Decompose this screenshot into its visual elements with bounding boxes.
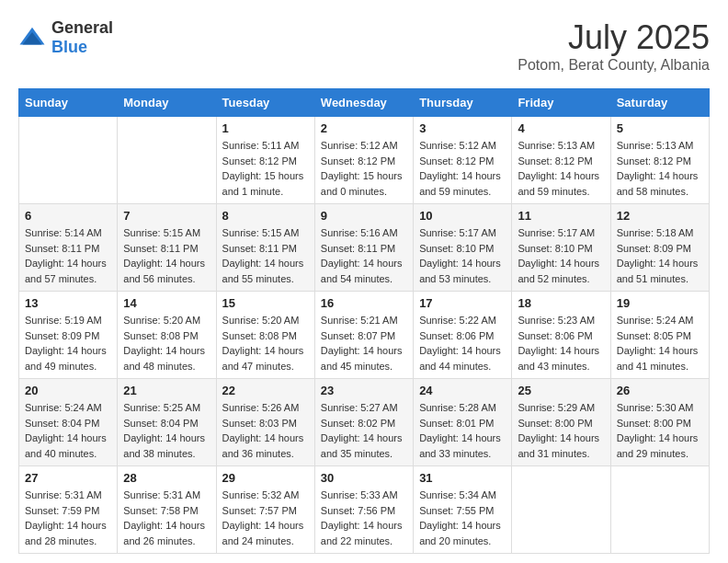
day-number: 3 <box>419 121 506 135</box>
day-info: Sunrise: 5:21 AMSunset: 8:07 PMDaylight:… <box>321 313 407 373</box>
day-number: 14 <box>123 296 210 310</box>
day-number: 27 <box>25 471 111 485</box>
calendar-cell: 10 Sunrise: 5:17 AMSunset: 8:10 PMDaylig… <box>414 204 512 292</box>
calendar-cell: 11 Sunrise: 5:17 AMSunset: 8:10 PMDaylig… <box>512 204 610 292</box>
day-number: 7 <box>123 209 210 223</box>
day-info: Sunrise: 5:32 AMSunset: 7:57 PMDaylight:… <box>222 488 309 548</box>
day-number: 1 <box>222 121 309 135</box>
header-thursday: Thursday <box>414 89 512 117</box>
day-number: 13 <box>25 296 111 310</box>
day-info: Sunrise: 5:11 AMSunset: 8:12 PMDaylight:… <box>222 138 309 199</box>
calendar-cell <box>512 466 610 554</box>
location: Potom, Berat County, Albania <box>518 57 710 74</box>
day-number: 15 <box>222 296 309 310</box>
calendar-cell: 19 Sunrise: 5:24 AMSunset: 8:05 PMDaylig… <box>610 292 709 379</box>
day-number: 9 <box>321 209 407 223</box>
calendar-cell: 9 Sunrise: 5:16 AMSunset: 8:11 PMDayligh… <box>314 204 413 292</box>
day-number: 6 <box>25 209 111 223</box>
logo-general: General <box>51 18 113 37</box>
day-number: 4 <box>518 121 604 135</box>
calendar-cell: 3 Sunrise: 5:12 AMSunset: 8:12 PMDayligh… <box>414 117 512 204</box>
day-info: Sunrise: 5:24 AMSunset: 8:04 PMDaylight:… <box>25 400 111 461</box>
day-number: 29 <box>222 471 309 485</box>
header-tuesday: Tuesday <box>216 89 314 117</box>
calendar-cell: 24 Sunrise: 5:28 AMSunset: 8:01 PMDaylig… <box>414 379 512 466</box>
calendar-cell: 12 Sunrise: 5:18 AMSunset: 8:09 PMDaylig… <box>610 204 709 292</box>
calendar-cell: 17 Sunrise: 5:22 AMSunset: 8:06 PMDaylig… <box>414 292 512 379</box>
calendar-cell: 30 Sunrise: 5:33 AMSunset: 7:56 PMDaylig… <box>314 466 413 554</box>
day-info: Sunrise: 5:17 AMSunset: 8:10 PMDaylight:… <box>419 225 506 286</box>
calendar-cell <box>19 117 118 204</box>
logo-text: General Blue <box>51 18 113 57</box>
day-info: Sunrise: 5:30 AMSunset: 8:00 PMDaylight:… <box>617 400 703 461</box>
day-number: 8 <box>222 209 309 223</box>
day-number: 17 <box>419 296 506 310</box>
calendar-cell: 4 Sunrise: 5:13 AMSunset: 8:12 PMDayligh… <box>512 117 610 204</box>
day-info: Sunrise: 5:17 AMSunset: 8:10 PMDaylight:… <box>518 225 604 286</box>
day-number: 5 <box>617 121 703 135</box>
day-number: 24 <box>419 384 506 397</box>
day-info: Sunrise: 5:26 AMSunset: 8:03 PMDaylight:… <box>222 400 309 461</box>
calendar-cell: 23 Sunrise: 5:27 AMSunset: 8:02 PMDaylig… <box>314 379 413 466</box>
calendar-cell: 28 Sunrise: 5:31 AMSunset: 7:58 PMDaylig… <box>118 466 216 554</box>
day-number: 10 <box>419 209 506 223</box>
calendar-week-4: 20 Sunrise: 5:24 AMSunset: 8:04 PMDaylig… <box>19 379 710 466</box>
day-info: Sunrise: 5:25 AMSunset: 8:04 PMDaylight:… <box>123 400 210 461</box>
day-number: 20 <box>25 384 111 397</box>
day-number: 26 <box>617 384 703 397</box>
header-saturday: Saturday <box>610 89 709 117</box>
calendar-cell <box>610 466 709 554</box>
day-number: 18 <box>518 296 604 310</box>
day-info: Sunrise: 5:22 AMSunset: 8:06 PMDaylight:… <box>419 313 506 373</box>
calendar-table: Sunday Monday Tuesday Wednesday Thursday… <box>18 88 710 554</box>
calendar-cell: 26 Sunrise: 5:30 AMSunset: 8:00 PMDaylig… <box>610 379 709 466</box>
calendar-cell: 5 Sunrise: 5:13 AMSunset: 8:12 PMDayligh… <box>610 117 709 204</box>
calendar-cell: 6 Sunrise: 5:14 AMSunset: 8:11 PMDayligh… <box>19 204 118 292</box>
day-info: Sunrise: 5:18 AMSunset: 8:09 PMDaylight:… <box>617 225 703 286</box>
day-number: 16 <box>321 296 407 310</box>
calendar-cell: 21 Sunrise: 5:25 AMSunset: 8:04 PMDaylig… <box>118 379 216 466</box>
day-number: 30 <box>321 471 407 485</box>
day-info: Sunrise: 5:34 AMSunset: 7:55 PMDaylight:… <box>419 488 506 548</box>
day-info: Sunrise: 5:15 AMSunset: 8:11 PMDaylight:… <box>222 225 309 286</box>
month-year: July 2025 <box>518 18 710 57</box>
day-info: Sunrise: 5:27 AMSunset: 8:02 PMDaylight:… <box>321 400 407 461</box>
calendar-cell: 13 Sunrise: 5:19 AMSunset: 8:09 PMDaylig… <box>19 292 118 379</box>
day-number: 22 <box>222 384 309 397</box>
day-info: Sunrise: 5:16 AMSunset: 8:11 PMDaylight:… <box>321 225 407 286</box>
calendar-cell: 18 Sunrise: 5:23 AMSunset: 8:06 PMDaylig… <box>512 292 610 379</box>
logo-blue: Blue <box>51 38 87 56</box>
day-info: Sunrise: 5:28 AMSunset: 8:01 PMDaylight:… <box>419 400 506 461</box>
calendar-week-3: 13 Sunrise: 5:19 AMSunset: 8:09 PMDaylig… <box>19 292 710 379</box>
day-number: 31 <box>419 471 506 485</box>
calendar-cell <box>118 117 216 204</box>
day-info: Sunrise: 5:23 AMSunset: 8:06 PMDaylight:… <box>518 313 604 373</box>
header-monday: Monday <box>118 89 216 117</box>
calendar-cell: 27 Sunrise: 5:31 AMSunset: 7:59 PMDaylig… <box>19 466 118 554</box>
day-number: 28 <box>123 471 210 485</box>
calendar-cell: 25 Sunrise: 5:29 AMSunset: 8:00 PMDaylig… <box>512 379 610 466</box>
logo: General Blue <box>18 18 113 57</box>
calendar-cell: 1 Sunrise: 5:11 AMSunset: 8:12 PMDayligh… <box>216 117 314 204</box>
calendar-cell: 22 Sunrise: 5:26 AMSunset: 8:03 PMDaylig… <box>216 379 314 466</box>
day-number: 25 <box>518 384 604 397</box>
day-number: 23 <box>321 384 407 397</box>
day-number: 21 <box>123 384 210 397</box>
title-block: July 2025 Potom, Berat County, Albania <box>518 18 710 74</box>
page-header: General Blue July 2025 Potom, Berat Coun… <box>18 18 710 74</box>
header-sunday: Sunday <box>19 89 118 117</box>
header-friday: Friday <box>512 89 610 117</box>
calendar-cell: 20 Sunrise: 5:24 AMSunset: 8:04 PMDaylig… <box>19 379 118 466</box>
day-info: Sunrise: 5:33 AMSunset: 7:56 PMDaylight:… <box>321 488 407 548</box>
day-info: Sunrise: 5:29 AMSunset: 8:00 PMDaylight:… <box>518 400 604 461</box>
calendar-cell: 31 Sunrise: 5:34 AMSunset: 7:55 PMDaylig… <box>414 466 512 554</box>
day-number: 19 <box>617 296 703 310</box>
day-number: 12 <box>617 209 703 223</box>
calendar-cell: 16 Sunrise: 5:21 AMSunset: 8:07 PMDaylig… <box>314 292 413 379</box>
day-info: Sunrise: 5:31 AMSunset: 7:59 PMDaylight:… <box>25 488 111 548</box>
header-wednesday: Wednesday <box>314 89 413 117</box>
calendar-week-2: 6 Sunrise: 5:14 AMSunset: 8:11 PMDayligh… <box>19 204 710 292</box>
day-info: Sunrise: 5:12 AMSunset: 8:12 PMDaylight:… <box>419 138 506 199</box>
day-info: Sunrise: 5:12 AMSunset: 8:12 PMDaylight:… <box>321 138 407 199</box>
day-info: Sunrise: 5:20 AMSunset: 8:08 PMDaylight:… <box>123 313 210 373</box>
